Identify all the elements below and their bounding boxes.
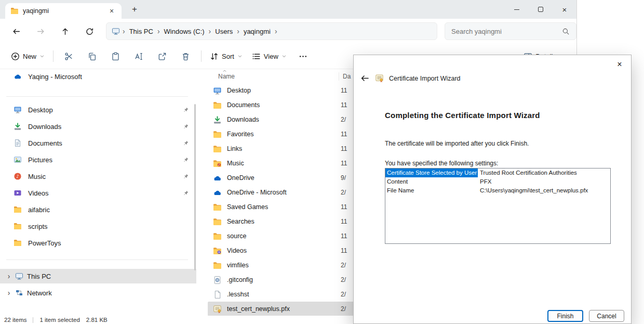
sidebar-item-music[interactable]: ♪Music — [0, 168, 196, 185]
more-options-button[interactable] — [291, 48, 315, 65]
rename-icon — [135, 52, 143, 61]
up-button[interactable] — [57, 23, 73, 40]
chevron-right-icon[interactable]: › — [6, 289, 11, 297]
share-button[interactable] — [151, 48, 174, 65]
wizard-setting-row[interactable]: Certificate Store Selected by UserTruste… — [385, 169, 610, 177]
refresh-button[interactable] — [81, 23, 98, 40]
sidebar-item-pictures[interactable]: Pictures — [0, 151, 196, 168]
file-name: vimfiles — [227, 262, 336, 269]
wizard-setting-row[interactable]: ContentPFX — [385, 177, 610, 186]
file-date-modified: 11 — [341, 87, 354, 94]
sidebar-item-network[interactable]: ›Network — [0, 286, 196, 300]
wizard-setting-value: PFX — [478, 177, 493, 186]
chevron-right-icon[interactable]: › — [6, 272, 11, 280]
delete-button[interactable] — [174, 48, 197, 65]
file-row-videos[interactable]: Videos11 — [208, 243, 358, 258]
tab-close-icon[interactable]: × — [107, 7, 116, 15]
file-name: Videos — [227, 247, 336, 254]
column-header-date[interactable]: Da — [339, 72, 354, 81]
minimize-button[interactable] — [505, 0, 529, 19]
back-button[interactable] — [8, 23, 24, 40]
close-button[interactable]: × — [553, 0, 576, 19]
view-button[interactable]: View — [247, 48, 291, 64]
sidebar-item-onedrive[interactable]: Yaqing - Microsoft — [0, 69, 196, 84]
cancel-button[interactable]: Cancel — [589, 310, 624, 322]
copy-button[interactable] — [81, 48, 104, 65]
file-row-desktop[interactable]: Desktop11 — [208, 83, 358, 98]
file-row-onedrive-microsoft[interactable]: OneDrive - Microsoft2/ — [208, 185, 358, 200]
file-row-source[interactable]: source11 — [208, 229, 358, 243]
file-row-vimfiles[interactable]: vimfiles2/ — [208, 258, 358, 273]
cloud-icon — [213, 174, 222, 183]
wizard-back-icon[interactable] — [360, 73, 370, 83]
monitor-icon — [15, 272, 23, 280]
breadcrumb-item-this-pc[interactable]: This PC — [127, 27, 156, 36]
breadcrumb-separator-icon: › — [121, 27, 127, 35]
column-header-name[interactable]: Name — [218, 73, 235, 80]
breadcrumb-item-windows-c[interactable]: Windows (C:) — [162, 27, 207, 36]
dialog-close-button[interactable]: × — [612, 58, 627, 71]
selection-count: 1 item selected — [39, 317, 79, 323]
sidebar-item-label: Network — [27, 289, 52, 297]
file-row-music[interactable]: ♪Music11 — [208, 156, 358, 171]
file-name: Desktop — [227, 87, 336, 94]
sidebar-item-desktop[interactable]: Desktop — [0, 101, 196, 118]
file-row-downloads[interactable]: Downloads2/ — [208, 112, 358, 127]
file-row-links[interactable]: Links11 — [208, 141, 358, 156]
file-date-modified: 2/ — [341, 262, 354, 269]
wizard-setting-value: Trusted Root Certification Authorities — [478, 169, 579, 177]
sidebar-item-powertoys[interactable]: PowerToys — [0, 235, 196, 251]
sidebar-item-documents[interactable]: Documents — [0, 135, 196, 151]
address-bar[interactable]: ›This PC›Windows (C:)›Users›yaqingmi› — [106, 22, 437, 40]
new-tab-button[interactable]: + — [129, 4, 140, 16]
sidebar-tree-list: ›This PC›Network — [0, 269, 196, 300]
maximize-button[interactable] — [529, 0, 553, 19]
paste-button[interactable] — [104, 48, 127, 65]
file-name: Favorites — [227, 131, 336, 138]
screen: yaqingmi × + × ›This PC›Windows (C:)›Use… — [0, 0, 644, 324]
sidebar-item-downloads[interactable]: Downloads — [0, 118, 196, 135]
finish-button[interactable]: Finish — [547, 310, 583, 322]
pin-icon — [183, 190, 189, 196]
sidebar-item-label: Music — [28, 173, 46, 180]
certificate-icon — [375, 74, 384, 83]
refresh-icon — [85, 27, 94, 36]
chevron-down-icon — [39, 54, 45, 59]
search-box[interactable]: Search yaqingmi — [445, 22, 576, 40]
breadcrumb-item-users[interactable]: Users — [212, 27, 235, 36]
file-row-favorites[interactable]: Favorites11 — [208, 127, 358, 141]
sidebar-item-scripts[interactable]: scripts — [0, 218, 196, 235]
sidebar-item-label: Documents — [28, 139, 62, 147]
file-row-saved-games[interactable]: Saved Games11 — [208, 200, 358, 214]
file-row-test-cert-newplus-pfx[interactable]: test_cert_newplus.pfx2/ — [208, 302, 358, 316]
sidebar-scrollbar[interactable] — [194, 104, 196, 270]
file-row-searches[interactable]: Searches11 — [208, 214, 358, 229]
trash-icon — [181, 52, 190, 61]
folder-icon — [213, 232, 222, 241]
new-button[interactable]: New — [6, 48, 49, 64]
explorer-tab[interactable]: yaqingmi × — [5, 3, 122, 19]
cut-button[interactable] — [57, 48, 81, 65]
documents-icon — [14, 139, 22, 147]
file-date-modified: 11 — [341, 218, 354, 225]
file-date-modified: 2/ — [341, 276, 354, 283]
sort-button[interactable]: Sort — [205, 48, 247, 64]
breadcrumb-separator-icon: › — [156, 27, 162, 35]
wizard-header: Certificate Import Wizard — [360, 73, 461, 83]
sidebar-item-videos[interactable]: Videos — [0, 185, 196, 201]
videos-icon — [14, 189, 22, 197]
file-row-lesshst[interactable]: .lesshst2/ — [208, 287, 358, 302]
rename-button[interactable] — [127, 48, 151, 65]
sidebar-item-label: Yaqing - Microsoft — [28, 73, 82, 81]
sidebar-item-this-pc[interactable]: ›This PC — [0, 269, 196, 283]
file-row-gitconfig[interactable]: .gitconfig2/ — [208, 273, 358, 287]
forward-button[interactable] — [32, 23, 49, 40]
breadcrumb-item-yaqingmi[interactable]: yaqingmi — [241, 27, 273, 36]
wizard-settings-listbox[interactable]: Certificate Store Selected by UserTruste… — [385, 168, 611, 244]
wizard-setting-row[interactable]: File NameC:\Users\yaqingmi\test_cert_new… — [385, 186, 610, 195]
file-date-modified: 11 — [341, 247, 354, 254]
sidebar-item-aifabric[interactable]: aifabric — [0, 201, 196, 218]
file-row-documents[interactable]: Documents11 — [208, 98, 358, 112]
paste-icon — [111, 52, 120, 61]
file-row-onedrive[interactable]: OneDrive9/ — [208, 171, 358, 185]
